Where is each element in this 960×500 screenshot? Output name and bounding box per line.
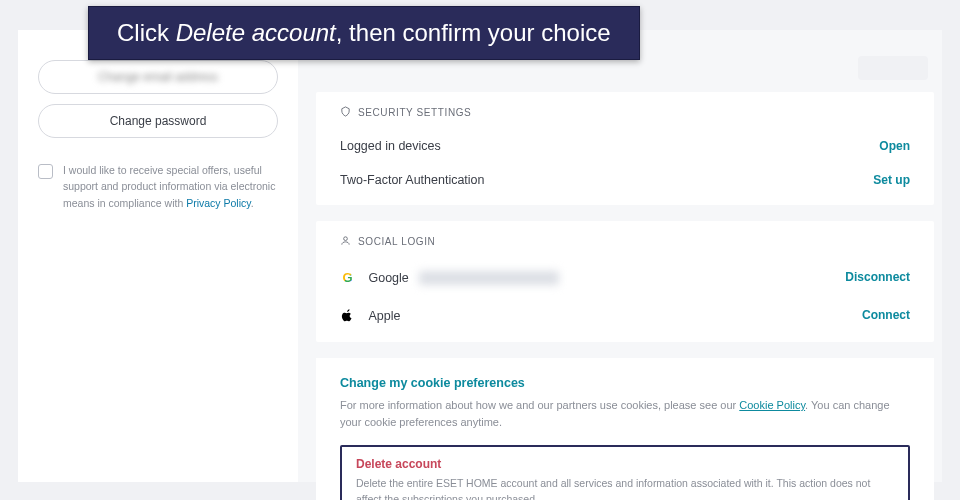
privacy-policy-link[interactable]: Privacy Policy [186, 197, 251, 209]
social-login-card: SOCIAL LOGIN G Google Disconnect Apple C… [316, 221, 934, 342]
marketing-consent-checkbox[interactable] [38, 164, 53, 179]
two-factor-label: Two-Factor Authentication [340, 173, 485, 187]
person-icon [340, 235, 351, 248]
consent-text-b: . [251, 197, 254, 209]
delete-account-title: Delete account [356, 457, 894, 471]
top-placeholder [858, 56, 928, 80]
marketing-consent-row: I would like to receive special offers, … [38, 162, 278, 211]
google-account-redacted [419, 271, 559, 285]
change-email-button[interactable]: Change email address [38, 60, 278, 94]
change-email-label: Change email address [98, 70, 218, 84]
security-header-label: SECURITY SETTINGS [358, 107, 471, 118]
svg-point-0 [344, 237, 348, 241]
apple-label: Apple [368, 309, 400, 323]
apple-connect-link[interactable]: Connect [862, 308, 910, 322]
cookie-delete-card: Change my cookie preferences For more in… [316, 358, 934, 500]
overlay-text-em: Delete account [176, 19, 336, 46]
instruction-overlay: Click Delete account, then confirm your … [88, 6, 640, 60]
security-settings-card: SECURITY SETTINGS Logged in devices Open… [316, 92, 934, 205]
settings-main: SECURITY SETTINGS Logged in devices Open… [316, 30, 942, 482]
security-header: SECURITY SETTINGS [340, 106, 910, 119]
logged-in-devices-open-link[interactable]: Open [879, 139, 910, 153]
change-password-label: Change password [110, 114, 207, 128]
google-icon: G [340, 270, 355, 285]
change-password-button[interactable]: Change password [38, 104, 278, 138]
apple-label-group: Apple [340, 306, 400, 324]
logged-in-devices-label: Logged in devices [340, 139, 441, 153]
google-row: G Google Disconnect [340, 258, 910, 296]
shield-icon [340, 106, 351, 119]
two-factor-row: Two-Factor Authentication Set up [340, 163, 910, 197]
marketing-consent-text: I would like to receive special offers, … [63, 162, 278, 211]
account-sidebar: Change email address Change password I w… [18, 30, 298, 482]
social-header-label: SOCIAL LOGIN [358, 236, 435, 247]
social-header: SOCIAL LOGIN [340, 235, 910, 248]
apple-row: Apple Connect [340, 296, 910, 334]
two-factor-setup-link[interactable]: Set up [873, 173, 910, 187]
google-label: Google [368, 271, 408, 285]
cookie-preferences-link[interactable]: Change my cookie preferences [340, 376, 910, 390]
cookie-policy-link[interactable]: Cookie Policy [739, 399, 805, 411]
logged-in-devices-row: Logged in devices Open [340, 129, 910, 163]
settings-page: Change email address Change password I w… [18, 30, 942, 482]
overlay-text-post: , then confirm your choice [336, 19, 611, 46]
delete-account-description: Delete the entire ESET HOME account and … [356, 475, 894, 500]
overlay-text-pre: Click [117, 19, 176, 46]
cookie-description: For more information about how we and ou… [340, 397, 910, 431]
google-label-group: G Google [340, 268, 559, 286]
delete-account-box[interactable]: Delete account Delete the entire ESET HO… [340, 445, 910, 500]
cookie-desc-a: For more information about how we and ou… [340, 399, 739, 411]
google-disconnect-link[interactable]: Disconnect [845, 270, 910, 284]
apple-icon [340, 308, 355, 323]
